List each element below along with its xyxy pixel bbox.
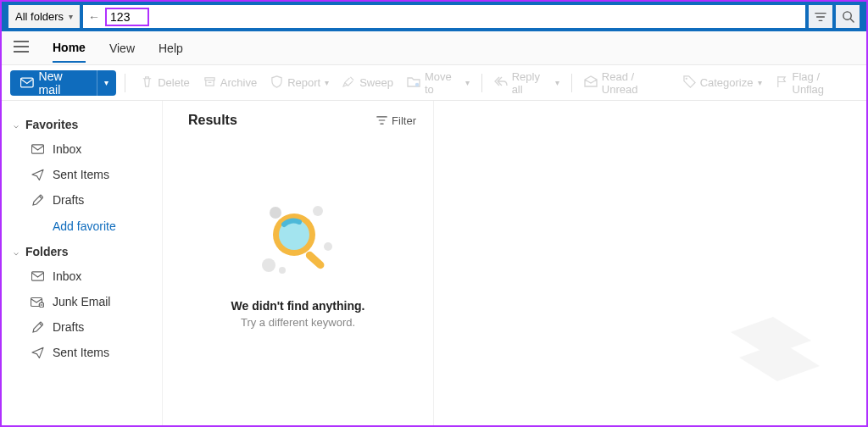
new-mail-label: New mail — [39, 69, 86, 97]
folder-move-icon — [407, 75, 420, 91]
toolbar-separator — [571, 74, 572, 92]
search-submit-button[interactable] — [836, 5, 860, 28]
toolbar-separator — [481, 74, 482, 92]
toolbar-sweep-button[interactable]: Sweep — [336, 72, 400, 94]
toolbar-item-label: Reply all — [512, 70, 551, 96]
sent-icon — [31, 169, 44, 180]
toolbar-reply-all-button[interactable]: Reply all▾ — [487, 67, 566, 99]
sidebar-item-drafts[interactable]: Drafts — [8, 187, 159, 213]
empty-subtext: Try a different keyword. — [241, 316, 355, 329]
filter-lines-icon — [815, 11, 826, 23]
empty-heading: We didn't find anything. — [231, 299, 365, 313]
shield-icon — [270, 75, 283, 91]
flag-icon — [776, 75, 788, 91]
chevron-down-icon: ▾ — [325, 78, 329, 87]
search-scope-label: All folders — [15, 10, 64, 23]
sidebar-item-sent-items[interactable]: Sent Items — [8, 162, 159, 187]
trash-icon — [141, 75, 153, 91]
search-field-container[interactable]: ← — [83, 5, 805, 28]
chevron-down-icon: ⌵ — [14, 247, 19, 257]
sidebar-item-sent-items[interactable]: Sent Items — [8, 340, 159, 365]
svg-rect-5 — [31, 145, 43, 153]
svg-rect-16 — [303, 250, 325, 270]
mail-icon — [20, 77, 34, 88]
new-mail-button[interactable]: New mail — [10, 70, 97, 96]
draft-icon — [31, 321, 44, 334]
toolbar-move-to-button[interactable]: Move to▾ — [400, 67, 476, 99]
back-arrow-icon[interactable]: ← — [88, 10, 100, 24]
svg-point-13 — [279, 267, 286, 274]
sidebar-item-drafts[interactable]: Drafts — [8, 314, 159, 340]
toolbar-item-label: Categorize — [700, 76, 754, 89]
toolbar: New mail ▾ DeleteArchiveReport▾SweepMove… — [2, 65, 866, 101]
inbox-icon — [31, 144, 44, 154]
hamburger-icon[interactable] — [14, 41, 29, 56]
archive-icon — [203, 75, 216, 91]
toolbar-item-label: Read / Unread — [602, 70, 670, 96]
menubar: Home View Help — [2, 31, 866, 65]
results-filter-button[interactable]: Filter — [376, 114, 416, 127]
tab-help[interactable]: Help — [159, 35, 183, 62]
filter-icon — [376, 115, 387, 125]
sidebar-item-label: Sent Items — [53, 168, 109, 181]
sidebar-item-label: Inbox — [53, 142, 81, 156]
sidebar-item-inbox[interactable]: Inbox — [8, 136, 159, 162]
results-title: Results — [188, 113, 237, 128]
envelope-watermark-icon — [714, 298, 841, 400]
empty-state: We didn't find anything. Try a different… — [163, 136, 433, 425]
toolbar-flag-unflag-button[interactable]: Flag / Unflag — [769, 67, 858, 99]
search-input-highlight — [105, 8, 149, 26]
toolbar-read-unread-button[interactable]: Read / Unread — [577, 67, 676, 99]
sidebar-section-label: Favorites — [25, 118, 78, 131]
svg-point-11 — [324, 242, 332, 251]
reading-pane — [434, 101, 866, 425]
tab-view[interactable]: View — [109, 35, 135, 62]
reply-all-icon — [494, 75, 508, 90]
chevron-down-icon: ▾ — [69, 12, 73, 21]
new-mail-dropdown[interactable]: ▾ — [97, 70, 116, 96]
sidebar-item-inbox[interactable]: Inbox — [8, 263, 159, 289]
broom-icon — [342, 75, 355, 91]
sidebar-section-label: Folders — [25, 245, 69, 258]
svg-rect-2 — [205, 77, 214, 80]
toolbar-item-label: Flag / Unflag — [793, 70, 851, 96]
results-header: Results Filter — [163, 101, 433, 136]
toolbar-archive-button[interactable]: Archive — [197, 72, 264, 94]
results-column: Results Filter We didn't find anything. … — [163, 101, 434, 425]
chevron-down-icon: ▾ — [758, 78, 762, 87]
svg-rect-1 — [20, 78, 33, 87]
results-filter-label: Filter — [392, 114, 416, 127]
toolbar-delete-button[interactable]: Delete — [134, 72, 197, 94]
chevron-down-icon: ⌵ — [14, 120, 19, 130]
sidebar: ⌵FavoritesInboxSent ItemsDraftsAdd favor… — [2, 101, 163, 425]
draft-icon — [31, 194, 44, 207]
search-filters-button[interactable] — [809, 5, 832, 28]
chevron-down-icon: ▾ — [465, 78, 470, 87]
inbox-icon — [31, 271, 44, 281]
toolbar-item-label: Delete — [158, 76, 190, 89]
svg-point-9 — [270, 207, 281, 219]
svg-point-3 — [415, 82, 419, 86]
mail-read-icon — [584, 75, 598, 90]
toolbar-item-label: Report — [287, 76, 320, 89]
sidebar-item-label: Sent Items — [53, 346, 109, 359]
svg-rect-6 — [31, 272, 43, 280]
search-icon — [842, 10, 854, 23]
new-mail-split-button: New mail ▾ — [10, 70, 116, 96]
toolbar-categorize-button[interactable]: Categorize▾ — [676, 72, 769, 94]
search-input[interactable] — [110, 10, 144, 24]
junk-icon — [31, 297, 44, 308]
sidebar-item-junk-email[interactable]: Junk Email — [8, 289, 159, 314]
sidebar-section-favorites[interactable]: ⌵Favorites — [8, 113, 159, 136]
sidebar-item-label: Drafts — [53, 193, 84, 207]
search-scope-dropdown[interactable]: All folders ▾ — [8, 5, 80, 28]
sidebar-item-label: Inbox — [53, 269, 81, 283]
svg-point-10 — [313, 206, 323, 216]
sidebar-section-folders[interactable]: ⌵Folders — [8, 240, 159, 263]
add-favorite-link[interactable]: Add favorite — [8, 213, 159, 240]
tab-home[interactable]: Home — [53, 34, 86, 63]
toolbar-item-label: Archive — [220, 76, 257, 89]
svg-point-4 — [685, 77, 687, 79]
toolbar-separator — [125, 74, 125, 92]
toolbar-report-button[interactable]: Report▾ — [264, 72, 336, 94]
